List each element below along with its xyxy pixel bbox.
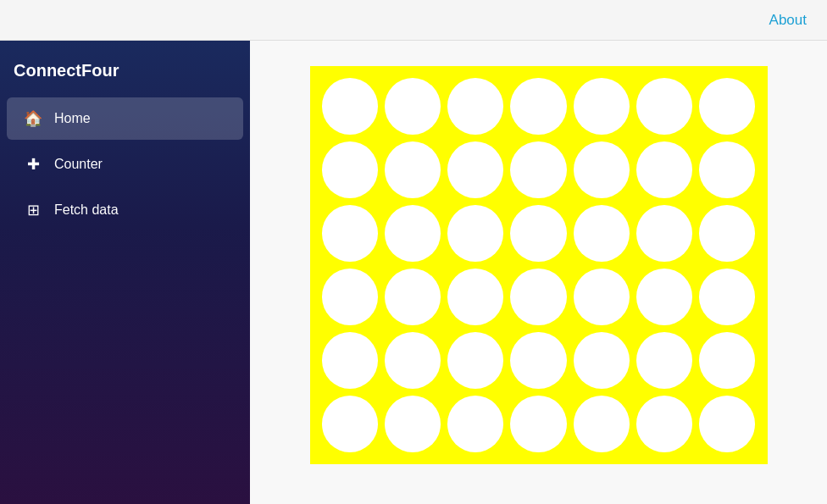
cell[interactable] [447,396,503,452]
cell[interactable] [447,205,503,262]
cell[interactable] [510,269,566,325]
cell[interactable] [636,141,692,198]
cell[interactable] [574,78,630,135]
cell[interactable] [322,269,378,325]
cell[interactable] [385,332,441,389]
cell[interactable] [699,205,755,262]
sidebar-item-home[interactable]: 🏠 Home [7,97,243,140]
sidebar-item-fetch-data-label: Fetch data [54,202,119,218]
cell[interactable] [385,269,441,325]
cell[interactable] [385,78,441,135]
cell[interactable] [322,396,378,452]
cell[interactable] [574,141,630,198]
cell[interactable] [699,332,755,389]
about-link[interactable]: About [769,12,807,29]
sidebar-item-fetch-data[interactable]: ⊞ Fetch data [7,189,243,231]
cell[interactable] [574,332,630,389]
connect-four-board [310,66,768,464]
cell[interactable] [385,141,441,198]
cell[interactable] [385,396,441,452]
top-bar: About [0,0,827,41]
cell[interactable] [574,205,630,262]
app-title: ConnectFour [0,51,250,97]
cell[interactable] [510,205,566,262]
cell[interactable] [322,332,378,389]
counter-icon: ✚ [24,155,42,174]
sidebar-item-counter[interactable]: ✚ Counter [7,143,243,186]
cell[interactable] [447,332,503,389]
sidebar-item-home-label: Home [54,111,91,126]
cell[interactable] [385,205,441,262]
main-content [250,41,827,504]
cell[interactable] [447,141,503,198]
cell[interactable] [510,396,566,452]
cell[interactable] [699,78,755,135]
app-layout: ConnectFour 🏠 Home ✚ Counter ⊞ Fetch dat… [0,0,827,504]
home-icon: 🏠 [24,109,42,128]
cell[interactable] [510,332,566,389]
cell[interactable] [322,78,378,135]
cell[interactable] [699,141,755,198]
cell[interactable] [636,332,692,389]
cell[interactable] [636,396,692,452]
sidebar: ConnectFour 🏠 Home ✚ Counter ⊞ Fetch dat… [0,41,250,504]
sidebar-item-counter-label: Counter [54,157,103,172]
cell[interactable] [574,269,630,325]
cell[interactable] [699,396,755,452]
cell[interactable] [322,141,378,198]
cell[interactable] [699,269,755,325]
cell[interactable] [447,78,503,135]
cell[interactable] [636,205,692,262]
cell[interactable] [636,269,692,325]
cell[interactable] [574,396,630,452]
sidebar-nav: 🏠 Home ✚ Counter ⊞ Fetch data [0,97,250,231]
cell[interactable] [510,78,566,135]
cell[interactable] [636,78,692,135]
cell[interactable] [447,269,503,325]
cell[interactable] [322,205,378,262]
fetch-data-icon: ⊞ [24,201,42,219]
cell[interactable] [510,141,566,198]
